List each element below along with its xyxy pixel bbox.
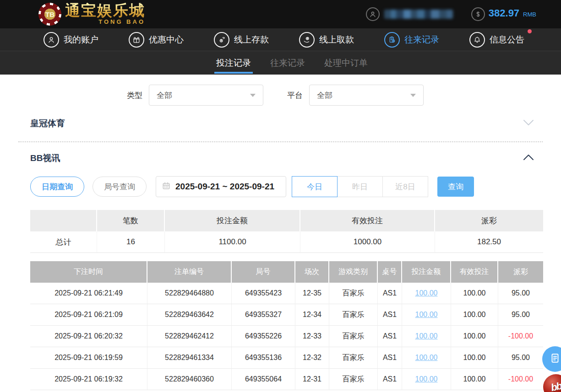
coin-icon <box>471 7 485 21</box>
cell-payout: -100.00 <box>498 369 543 390</box>
platform-filter-label: 平台 <box>287 90 303 101</box>
cell-valid-bet: 100.00 <box>451 304 498 326</box>
chip-monogram: TB <box>38 3 61 26</box>
cell-session: 12-35 <box>295 283 329 304</box>
cell-bet-time: 2025-09-21 06:21:49 <box>30 283 147 304</box>
chevron-down-icon <box>250 94 256 97</box>
type-select[interactable]: 全部 <box>149 85 263 106</box>
col-game-type: 游戏类别 <box>329 261 378 283</box>
brand-name-cn: 通宝娱乐城 <box>65 3 145 18</box>
cell-payout: 95.00 <box>498 304 543 326</box>
platform-select[interactable]: 全部 <box>309 85 424 106</box>
cell-game-type: 百家乐 <box>329 304 378 326</box>
cell-table-no: AS1 <box>378 347 402 369</box>
records-icon <box>384 32 400 48</box>
table-row: 2025-09-21 06:21:49 522829464880 6493554… <box>30 283 543 304</box>
col-bet-time: 下注时间 <box>30 261 147 283</box>
cell-round: 649355226 <box>232 326 295 347</box>
user-icon <box>44 32 59 48</box>
query-controls: 日期查询 局号查询 2025-09-21 ~ 2025-09-21 今日 昨日 … <box>30 176 561 197</box>
summary-total-bet-amount: 1100.00 <box>165 231 300 253</box>
bb-float-button[interactable]: bb <box>543 374 561 392</box>
col-session: 场次 <box>295 261 329 283</box>
section-bb-video[interactable]: BB视讯 <box>30 152 534 164</box>
yesterday-button[interactable]: 昨日 <box>337 176 383 197</box>
col-bet-id: 注单编号 <box>147 261 232 283</box>
cell-valid-bet: 100.00 <box>451 347 498 369</box>
calendar-icon <box>162 181 171 192</box>
cell-session: 12-31 <box>295 369 329 390</box>
nav-item-transaction-records[interactable]: 往来记录 <box>384 32 439 48</box>
platform-select-value: 全部 <box>317 90 332 101</box>
nav-label: 优惠中心 <box>149 34 184 46</box>
cell-bet-id: 522829463642 <box>147 304 232 326</box>
col-payout: 派彩 <box>498 261 543 283</box>
platform-filter: 平台 全部 <box>287 85 424 106</box>
bb-logo: bb <box>550 380 561 392</box>
cell-bet-id: 522829460360 <box>147 369 232 390</box>
tab-pending-orders[interactable]: 处理中订单 <box>323 51 369 75</box>
record-tabs: 投注记录 往来记录 处理中订单 <box>0 51 561 75</box>
bet-amount-link[interactable]: 100.00 <box>415 332 438 340</box>
cell-payout: 95.00 <box>498 347 543 369</box>
nav-label: 我的账户 <box>64 34 98 46</box>
date-range-picker[interactable]: 2025-09-21 ~ 2025-09-21 <box>156 176 286 197</box>
cell-bet-time: 2025-09-21 06:19:32 <box>30 369 147 390</box>
main-nav: 我的账户 优惠中心 线上存款 线上取款 往来记录 信息公告 <box>0 28 561 51</box>
cell-bet-time: 2025-09-21 06:20:32 <box>30 326 147 347</box>
cell-table-no: AS1 <box>378 369 402 390</box>
nav-item-promotions[interactable]: 优惠中心 <box>129 32 184 48</box>
date-query-button[interactable]: 日期查询 <box>30 177 84 197</box>
nav-item-withdraw[interactable]: 线上取款 <box>299 32 354 48</box>
cell-bet-time: 2025-09-21 06:21:09 <box>30 304 147 326</box>
chevron-down-icon[interactable] <box>523 119 534 128</box>
cell-bet-time: 2025-09-21 06:19:59 <box>30 347 147 369</box>
user-icon <box>366 7 380 21</box>
withdraw-icon <box>299 32 315 48</box>
tab-betting-records[interactable]: 投注记录 <box>215 51 252 75</box>
brand-text: 通宝娱乐城 TONG BAO <box>65 3 145 25</box>
col-valid-bet: 有效投注 <box>451 261 498 283</box>
nav-item-deposit[interactable]: 线上存款 <box>214 32 269 48</box>
summary-total-valid-bet: 1000.00 <box>300 231 435 253</box>
section-crown-sports[interactable]: 皇冠体育 <box>30 118 534 129</box>
bet-amount-link[interactable]: 100.00 <box>415 354 438 362</box>
nav-label: 线上取款 <box>319 34 354 46</box>
balance[interactable]: 382.97 RMB <box>471 7 536 21</box>
summary-table: 笔数 投注金额 有效投注 派彩 总计 16 1100.00 1000.00 18… <box>30 210 543 253</box>
bet-amount-link[interactable]: 100.00 <box>415 311 438 319</box>
summary-total-row: 总计 16 1100.00 1000.00 182.50 <box>30 231 543 253</box>
balance-currency: RMB <box>523 11 536 18</box>
user-account[interactable] <box>366 7 453 21</box>
table-header-row: 下注时间 注单编号 局号 场次 游戏类别 桌号 投注金额 有效投注 派彩 <box>30 261 543 283</box>
records-float-button[interactable] <box>542 346 561 372</box>
last-8-days-button[interactable]: 近8日 <box>382 176 428 197</box>
today-button[interactable]: 今日 <box>292 176 338 197</box>
quick-range-group: 今日 昨日 近8日 <box>292 176 428 197</box>
bet-amount-link[interactable]: 100.00 <box>415 375 438 383</box>
search-button[interactable]: 查询 <box>437 177 474 197</box>
cell-session: 12-33 <box>295 326 329 347</box>
bell-icon <box>469 32 485 48</box>
type-select-value: 全部 <box>157 90 172 101</box>
brand-logo[interactable]: TB 通宝娱乐城 TONG BAO <box>38 3 145 26</box>
topbar-right: 382.97 RMB <box>366 7 547 21</box>
cell-table-no: AS1 <box>378 283 402 304</box>
chevron-up-icon[interactable] <box>523 154 534 163</box>
cell-valid-bet: 100.00 <box>451 283 498 304</box>
nav-item-my-account[interactable]: 我的账户 <box>44 32 98 48</box>
gift-icon <box>129 32 144 48</box>
summary-total-count: 16 <box>97 231 165 253</box>
table-row: 2025-09-21 06:19:32 522829460360 6493550… <box>30 369 543 390</box>
username-blurred <box>384 10 453 19</box>
cell-game-type: 百家乐 <box>329 326 378 347</box>
bet-amount-link[interactable]: 100.00 <box>415 289 438 297</box>
cell-round: 649355423 <box>232 283 295 304</box>
cell-round: 649355064 <box>232 369 295 390</box>
tab-transaction-records[interactable]: 往来记录 <box>269 51 306 75</box>
type-filter: 类型 全部 <box>127 85 263 106</box>
round-query-button[interactable]: 局号查询 <box>93 177 147 197</box>
nav-item-announcements[interactable]: 信息公告 <box>469 32 524 48</box>
nav-label: 信息公告 <box>490 34 524 46</box>
col-table-no: 桌号 <box>378 261 402 283</box>
